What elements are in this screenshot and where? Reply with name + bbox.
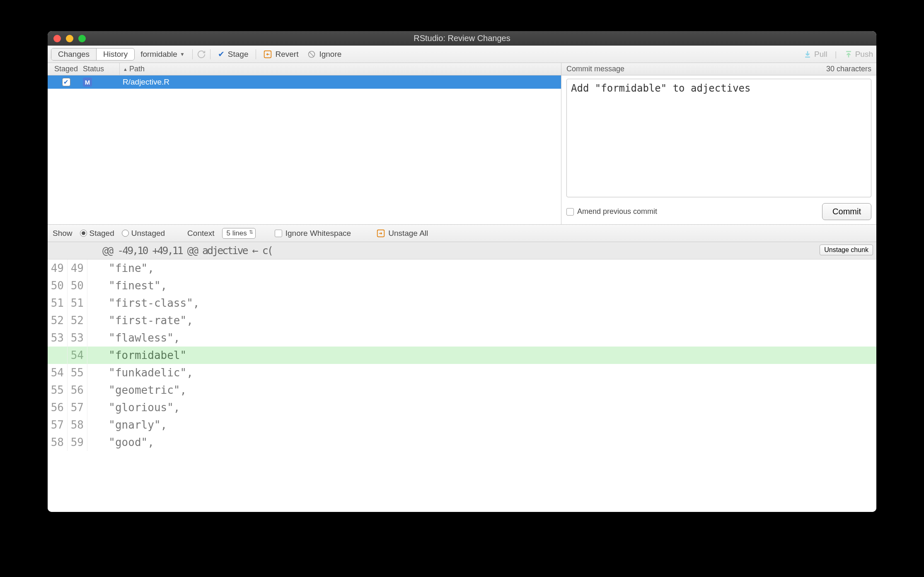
pull-push-group: Pull | Push [803, 50, 873, 59]
svg-line-2 [310, 52, 314, 56]
refresh-icon[interactable] [197, 50, 206, 59]
separator [210, 49, 210, 59]
old-line-number: 55 [48, 381, 68, 399]
arrow-up-icon [844, 50, 853, 58]
commit-message-label: Commit message [566, 65, 624, 73]
staged-checkbox[interactable]: ✔ [62, 78, 70, 86]
context-label: Context [187, 229, 214, 238]
radio-off-icon [122, 230, 129, 237]
diff-line[interactable]: 5151 "first-class", [48, 294, 876, 312]
diff-line[interactable]: 5859 "good", [48, 434, 876, 451]
diff-code: "glorious", [87, 401, 180, 414]
diff-line[interactable]: 5353 "flawless", [48, 329, 876, 347]
view-segmented-control: Changes History [51, 48, 135, 61]
commit-button[interactable]: Commit [822, 203, 871, 220]
pull-button[interactable]: Pull [803, 50, 827, 59]
diff-line[interactable]: 5758 "gnarly", [48, 416, 876, 434]
push-label: Push [855, 50, 873, 59]
new-line-number: 49 [68, 259, 87, 277]
unstage-all-label: Unstage All [388, 229, 428, 238]
old-line-number: 53 [48, 329, 68, 347]
file-path: R/adjective.R [119, 75, 561, 89]
pull-label: Pull [814, 50, 827, 59]
commit-panel: Commit message 30 characters Amend previ… [561, 63, 876, 224]
unstage-icon [377, 229, 385, 238]
diff-code: "finest", [87, 279, 167, 292]
old-line-number: 51 [48, 294, 68, 312]
separator [192, 49, 193, 59]
stage-label: Stage [228, 50, 249, 59]
col-header-path[interactable]: ▲ Path [119, 63, 561, 75]
stage-button[interactable]: ✔ Stage [215, 48, 252, 60]
checkbox-icon [275, 230, 282, 237]
diff-line[interactable]: 4949 "fine", [48, 259, 876, 277]
col-header-status[interactable]: Status [83, 65, 119, 73]
new-line-number: 52 [68, 312, 87, 329]
radio-unstaged[interactable]: Unstaged [122, 229, 165, 238]
file-list-header: Staged Status ▲ Path [48, 63, 561, 75]
old-line-number: 49 [48, 259, 68, 277]
radio-staged[interactable]: Staged [80, 229, 114, 238]
diff-toolbar: Show Staged Unstaged Context 5 lines Ign… [48, 225, 876, 242]
new-line-number: 55 [68, 364, 87, 381]
titlebar: RStudio: Review Changes [48, 31, 876, 46]
new-line-number: 58 [68, 416, 87, 434]
tab-changes[interactable]: Changes [51, 48, 97, 60]
main-toolbar: Changes History formidable ▼ ✔ Stage Rev… [48, 46, 876, 63]
commit-message-input[interactable] [566, 79, 871, 197]
context-select[interactable]: 5 lines [222, 228, 256, 239]
tab-history[interactable]: History [97, 48, 134, 60]
upper-panel: Staged Status ▲ Path ✔MR/adjective.R Com… [48, 63, 876, 225]
diff-line[interactable]: 5050 "finest", [48, 277, 876, 294]
window-title: RStudio: Review Changes [48, 34, 876, 43]
file-list-panel: Staged Status ▲ Path ✔MR/adjective.R [48, 63, 561, 224]
diff-code: "first-rate", [87, 314, 193, 327]
new-line-number: 51 [68, 294, 87, 312]
commit-header: Commit message 30 characters [561, 63, 876, 75]
diff-code: "first-class", [87, 297, 199, 309]
new-line-number: 50 [68, 277, 87, 294]
new-line-number: 56 [68, 381, 87, 399]
ignore-label: Ignore [319, 50, 341, 59]
old-line-number: 54 [48, 364, 68, 381]
amend-checkbox[interactable]: Amend previous commit [566, 207, 657, 216]
diff-line[interactable]: 5455 "funkadelic", [48, 364, 876, 381]
diff-line[interactable]: 5556 "geometric", [48, 381, 876, 399]
col-header-staged[interactable]: Staged [48, 65, 83, 73]
table-row[interactable]: ✔MR/adjective.R [48, 75, 561, 89]
show-label: Show [53, 229, 73, 238]
old-line-number: 50 [48, 277, 68, 294]
ignore-icon [307, 50, 316, 58]
file-list-body[interactable]: ✔MR/adjective.R [48, 75, 561, 224]
revert-button[interactable]: Revert [260, 49, 302, 60]
diff-code: "gnarly", [87, 419, 167, 431]
diff-view[interactable]: @@ -49,10 +49,11 @@ adjective ← c( Unsta… [48, 242, 876, 512]
new-line-number: 59 [68, 434, 87, 451]
hunk-header-text: @@ -49,10 +49,11 @@ adjective ← c( [102, 245, 272, 257]
arrow-down-icon [803, 50, 812, 58]
ignore-whitespace-checkbox[interactable]: Ignore Whitespace [275, 229, 351, 238]
old-line-number: 58 [48, 434, 68, 451]
diff-code: "geometric", [87, 384, 186, 396]
col-header-path-label: Path [129, 65, 145, 73]
unstage-chunk-button[interactable]: Unstage chunk [820, 245, 873, 255]
old-line-number: 52 [48, 312, 68, 329]
branch-selector[interactable]: formidable ▼ [137, 49, 188, 60]
unstage-all-button[interactable]: Unstage All [373, 228, 431, 239]
checkbox-icon [566, 208, 574, 216]
new-line-number: 54 [68, 347, 87, 364]
push-button[interactable]: Push [844, 50, 873, 59]
diff-line[interactable]: 5657 "glorious", [48, 399, 876, 416]
diff-code: "flawless", [87, 332, 180, 344]
chevron-down-icon: ▼ [180, 51, 185, 57]
revert-label: Revert [275, 50, 298, 59]
old-line-number [48, 347, 68, 364]
amend-label: Amend previous commit [577, 207, 657, 216]
diff-line[interactable]: 54 "formidabel" [48, 347, 876, 364]
commit-footer: Amend previous commit Commit [561, 201, 876, 224]
old-line-number: 56 [48, 399, 68, 416]
ignore-button[interactable]: Ignore [304, 49, 345, 60]
branch-name: formidable [140, 50, 177, 59]
diff-line[interactable]: 5252 "first-rate", [48, 312, 876, 329]
sort-asc-icon: ▲ [123, 67, 128, 72]
